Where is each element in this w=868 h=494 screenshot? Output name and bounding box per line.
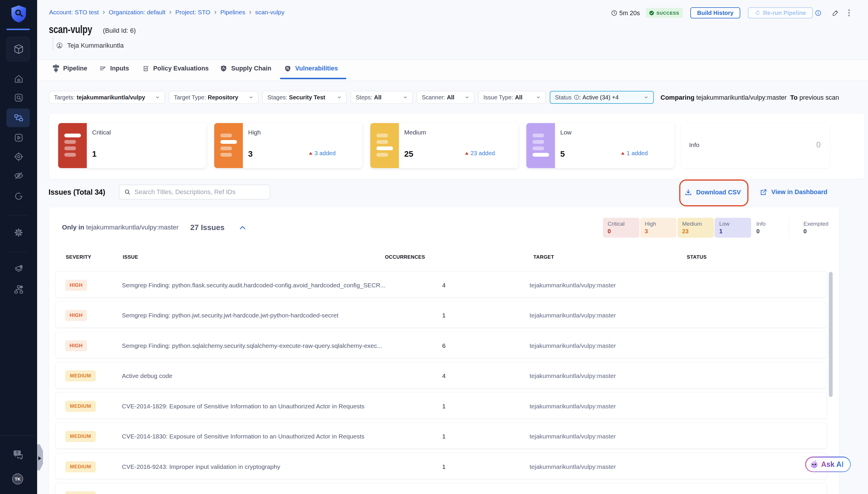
svg-text:?: ? [16, 450, 18, 455]
